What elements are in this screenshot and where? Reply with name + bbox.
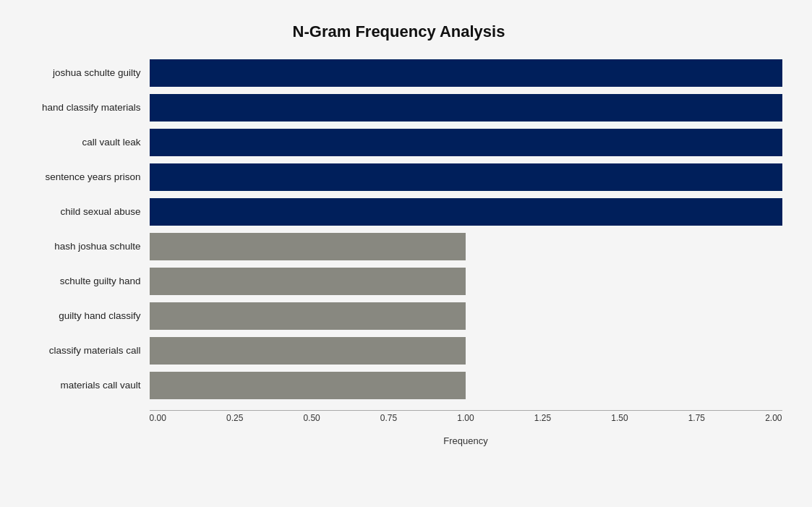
bar-row: materials call vault bbox=[16, 368, 782, 403]
bar-row: sentence years prison bbox=[16, 160, 782, 195]
bar-fill bbox=[150, 372, 466, 399]
bar-row: call vault leak bbox=[16, 125, 782, 160]
bar-track bbox=[150, 198, 782, 226]
bar-row: hash joshua schulte bbox=[16, 229, 782, 264]
bar-label: classify materials call bbox=[16, 345, 150, 356]
bar-fill bbox=[150, 302, 466, 330]
bar-label: hand classify materials bbox=[16, 102, 150, 113]
bar-track bbox=[150, 302, 782, 330]
x-tick: 1.00 bbox=[457, 413, 474, 423]
bar-fill bbox=[150, 198, 782, 226]
bar-track bbox=[150, 129, 782, 156]
bar-fill bbox=[150, 268, 466, 295]
bar-track bbox=[150, 59, 782, 87]
x-tick: 1.75 bbox=[688, 413, 705, 423]
bar-label: sentence years prison bbox=[16, 171, 150, 182]
x-tick: 0.00 bbox=[150, 413, 166, 423]
bar-label: child sexual abuse bbox=[16, 206, 150, 217]
x-axis-label: Frequency bbox=[150, 435, 782, 446]
x-tick: 0.25 bbox=[226, 413, 243, 423]
chart-area: joshua schulte guiltyhand classify mater… bbox=[16, 56, 782, 446]
x-tick: 2.00 bbox=[765, 413, 782, 423]
bar-row: hand classify materials bbox=[16, 90, 782, 125]
bar-label: guilty hand classify bbox=[16, 310, 150, 321]
bar-track bbox=[150, 337, 782, 365]
bar-track bbox=[150, 268, 782, 295]
x-tick: 1.50 bbox=[611, 413, 628, 423]
bar-row: classify materials call bbox=[16, 333, 782, 368]
bar-fill bbox=[150, 94, 782, 122]
bar-fill bbox=[150, 59, 782, 87]
chart-title: N-Gram Frequency Analysis bbox=[16, 22, 782, 41]
chart-container: N-Gram Frequency Analysis joshua schulte… bbox=[9, 8, 804, 500]
bar-label: hash joshua schulte bbox=[16, 241, 150, 252]
x-axis: 0.000.250.500.751.001.251.501.752.00 bbox=[150, 410, 782, 431]
bar-row: guilty hand classify bbox=[16, 299, 782, 333]
bar-row: joshua schulte guilty bbox=[16, 56, 782, 90]
x-ticks: 0.000.250.500.751.001.251.501.752.00 bbox=[150, 410, 782, 423]
bar-row: child sexual abuse bbox=[16, 195, 782, 229]
bar-fill bbox=[150, 233, 466, 260]
x-tick: 0.75 bbox=[380, 413, 397, 423]
bar-track bbox=[150, 372, 782, 399]
x-tick: 0.50 bbox=[303, 413, 320, 423]
bar-fill bbox=[150, 163, 782, 191]
bar-label: schulte guilty hand bbox=[16, 276, 150, 286]
bar-row: schulte guilty hand bbox=[16, 264, 782, 299]
bar-label: materials call vault bbox=[16, 380, 150, 391]
bar-track bbox=[150, 94, 782, 122]
bar-label: call vault leak bbox=[16, 137, 150, 148]
x-tick: 1.25 bbox=[534, 413, 551, 423]
bar-fill bbox=[150, 129, 782, 156]
bar-fill bbox=[150, 337, 466, 365]
bar-track bbox=[150, 233, 782, 260]
bars-section: joshua schulte guiltyhand classify mater… bbox=[16, 56, 782, 403]
bar-label: joshua schulte guilty bbox=[16, 67, 150, 78]
bar-track bbox=[150, 163, 782, 191]
